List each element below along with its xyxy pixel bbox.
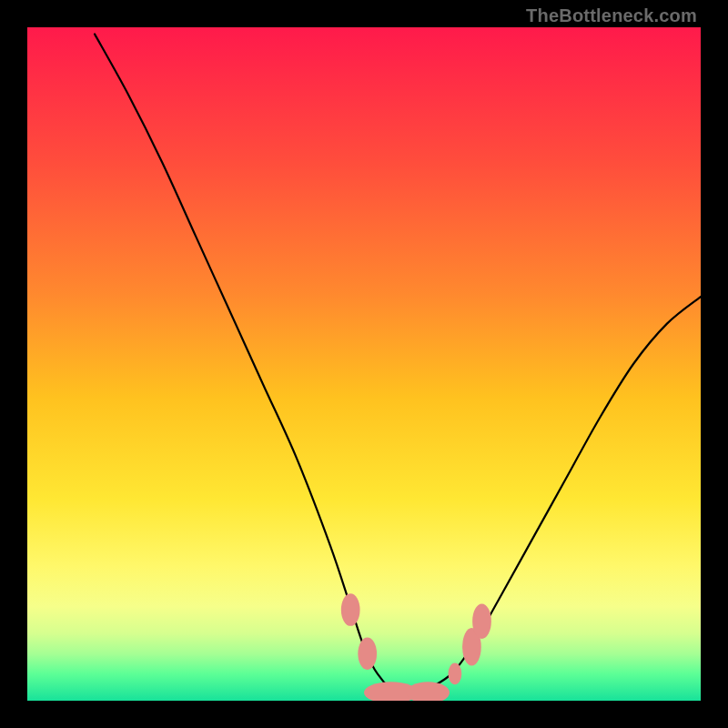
marker-point [449,663,462,685]
watermark-text: TheBottleneck.com [526,5,697,26]
chart-frame [27,27,701,701]
bottleneck-chart [27,27,701,701]
gradient-background [27,27,701,701]
marker-point [341,593,360,626]
marker-point [358,637,377,670]
marker-point [472,603,491,638]
